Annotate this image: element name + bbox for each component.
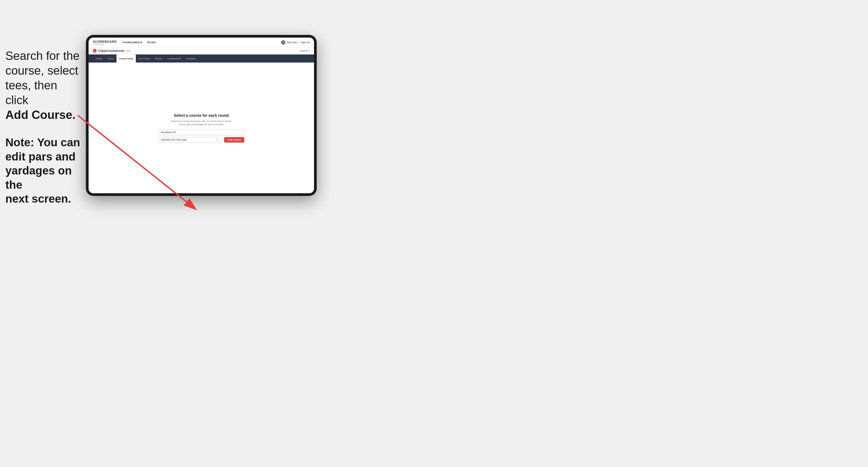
- tablet-device: SCOREBOARD Powered by clippd TOURNAMENTS…: [86, 35, 317, 196]
- tee-select-value: Gold (M) (M) (7010 yds): [161, 138, 187, 141]
- course-select-card: Select a course for each round Search fo…: [158, 113, 244, 143]
- annotation-para2: Note: You can edit pars and yardages on …: [5, 135, 82, 206]
- tee-select-row: Gold (M) (M) (7010 yds) × ⌄ Add Course: [158, 137, 244, 143]
- tab-leaderboards[interactable]: Leaderboards: [165, 55, 183, 63]
- logo-text: SCOREBOARD: [93, 40, 117, 43]
- course-select-description: Search for a course and select a tee. Yo…: [158, 120, 244, 126]
- annotation-para1: Search for the course, select tees, then…: [5, 48, 82, 122]
- logo-sub: Powered by clippd: [93, 43, 117, 45]
- tournament-icon: C: [93, 49, 97, 53]
- tab-course-setup[interactable]: Course Setup: [117, 55, 136, 63]
- tournament-title: Clippd Invitational: [98, 49, 124, 52]
- nav-links: TOURNAMENTS TEAMS: [122, 41, 281, 44]
- add-course-button[interactable]: Add Course: [224, 137, 244, 143]
- left-annotation: Search for the course, select tees, then…: [5, 48, 82, 206]
- user-name: Test User: [287, 41, 297, 44]
- tab-results[interactable]: Results: [152, 55, 165, 63]
- tab-tee-groups[interactable]: Tee Groups: [136, 55, 152, 63]
- nav-separator: |: [299, 41, 299, 44]
- tee-select-controls: × ⌄: [216, 138, 220, 141]
- tee-clear-icon[interactable]: ×: [216, 138, 217, 141]
- user-avatar: T: [281, 40, 285, 44]
- tournament-badge: (Men): [125, 50, 131, 52]
- logo-area: SCOREBOARD Powered by clippd: [93, 40, 117, 45]
- tee-chevron-icon[interactable]: ⌄: [218, 138, 220, 141]
- tournament-header: C Clippd Invitational (Men) Cancel ×: [89, 47, 314, 55]
- top-nav: SCOREBOARD Powered by clippd TOURNAMENTS…: [89, 38, 314, 47]
- nav-teams[interactable]: TEAMS: [147, 41, 156, 44]
- sign-out-link[interactable]: Sign out: [301, 41, 310, 44]
- nav-right: T Test User | Sign out: [281, 40, 310, 44]
- tournament-title-area: C Clippd Invitational (Men): [93, 49, 131, 53]
- tee-select[interactable]: Gold (M) (M) (7010 yds) × ⌄: [158, 137, 222, 143]
- main-content: Select a course for each round Search fo…: [89, 63, 314, 193]
- tab-teams[interactable]: Teams: [105, 55, 117, 63]
- cancel-button[interactable]: Cancel ×: [300, 50, 310, 52]
- tab-bar: Details Teams Course Setup Tee Groups Re…: [89, 55, 314, 63]
- tab-details[interactable]: Details: [93, 55, 105, 63]
- course-select-title: Select a course for each round: [158, 113, 244, 118]
- annotation-bold: Add Course.: [5, 108, 76, 121]
- tablet-screen: SCOREBOARD Powered by clippd TOURNAMENTS…: [89, 38, 314, 193]
- course-search-input[interactable]: [158, 129, 244, 135]
- tab-printables[interactable]: Printables: [183, 55, 198, 63]
- nav-tournaments[interactable]: TOURNAMENTS: [122, 41, 142, 44]
